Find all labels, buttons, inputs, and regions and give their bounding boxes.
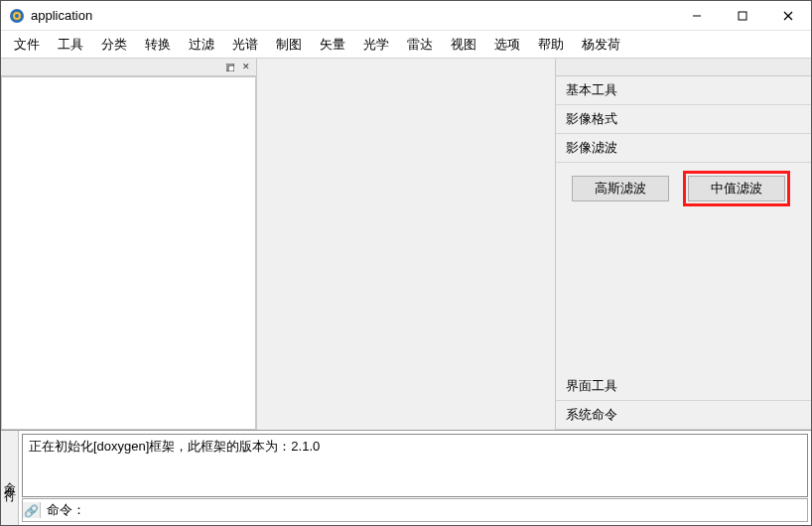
log-output[interactable]: 正在初始化[doxygen]框架，此框架的版本为：2.1.0 (22, 434, 808, 497)
section-system-cmd[interactable]: 系统命令 (556, 401, 811, 430)
close-button[interactable] (765, 1, 811, 31)
menu-tools[interactable]: 工具 (49, 32, 92, 58)
median-filter-button[interactable]: 中值滤波 (688, 176, 785, 201)
menu-mapping[interactable]: 制图 (267, 32, 311, 58)
window-title: application (31, 8, 674, 23)
menu-radar[interactable]: 雷达 (398, 32, 442, 58)
svg-rect-8 (228, 66, 234, 71)
menu-filter[interactable]: 过滤 (180, 32, 223, 58)
work-area: ✕ 基本工具 影像格式 影像滤波 高斯滤波 中值滤波 界面工具 系统命令 (1, 59, 811, 430)
left-dock-body[interactable] (1, 76, 256, 430)
right-panel: 基本工具 影像格式 影像滤波 高斯滤波 中值滤波 界面工具 系统命令 (555, 59, 811, 430)
menu-author[interactable]: 杨发荷 (573, 32, 629, 58)
command-input[interactable] (89, 500, 807, 520)
highlight-box: 中值滤波 (683, 171, 790, 206)
right-panel-spacer (556, 214, 811, 372)
menu-help[interactable]: 帮助 (529, 32, 573, 58)
menu-view[interactable]: 视图 (442, 32, 485, 58)
command-row: 🔗 命令： (22, 498, 808, 522)
command-label: 命令： (41, 501, 89, 519)
minimize-button[interactable] (674, 1, 720, 31)
menu-optics[interactable]: 光学 (354, 32, 398, 58)
menu-convert[interactable]: 转换 (136, 32, 180, 58)
section-image-filter[interactable]: 影像滤波 (556, 134, 811, 163)
menu-classify[interactable]: 分类 (92, 32, 136, 58)
menu-spectrum[interactable]: 光谱 (223, 32, 267, 58)
menu-file[interactable]: 文件 (5, 32, 49, 58)
filter-buttons-row: 高斯滤波 中值滤波 (556, 163, 811, 214)
menu-bar: 文件 工具 分类 转换 过滤 光谱 制图 矢量 光学 雷达 视图 选项 帮助 杨… (1, 31, 811, 59)
link-icon: 🔗 (23, 502, 41, 518)
svg-rect-4 (739, 12, 746, 20)
console-stack: 正在初始化[doxygen]框架，此框架的版本为：2.1.0 🔗 命令： (19, 431, 811, 525)
menu-vector[interactable]: 矢量 (311, 32, 354, 58)
dock-float-icon[interactable] (223, 61, 237, 74)
bottom-row: 命令行 正在初始化[doxygen]框架，此框架的版本为：2.1.0 🔗 命令： (1, 430, 811, 525)
section-ui-tools[interactable]: 界面工具 (556, 372, 811, 401)
right-panel-header (556, 59, 811, 76)
left-dock: ✕ (1, 59, 257, 430)
left-dock-header: ✕ (1, 59, 256, 76)
dock-close-icon[interactable]: ✕ (239, 61, 253, 74)
console-vertical-label: 命令行 (1, 431, 19, 525)
canvas-area[interactable] (257, 59, 555, 430)
menu-options[interactable]: 选项 (485, 32, 529, 58)
title-bar: application (1, 1, 811, 31)
maximize-button[interactable] (720, 1, 765, 31)
app-icon (9, 8, 25, 24)
section-image-format[interactable]: 影像格式 (556, 105, 811, 134)
gaussian-filter-button[interactable]: 高斯滤波 (572, 176, 669, 201)
svg-point-2 (15, 14, 19, 18)
section-basic-tools[interactable]: 基本工具 (556, 76, 811, 105)
